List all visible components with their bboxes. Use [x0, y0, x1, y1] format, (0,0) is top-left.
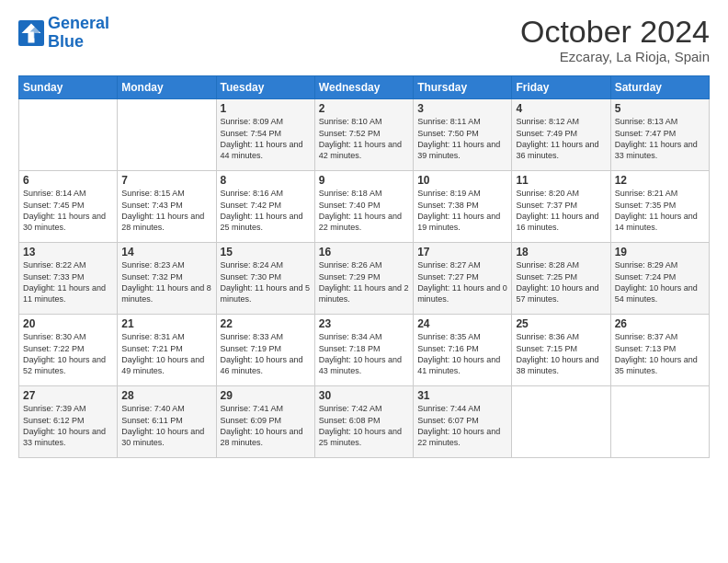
calendar-cell: 16Sunrise: 8:26 AM Sunset: 7:29 PM Dayli… — [314, 243, 413, 315]
calendar-cell: 7Sunrise: 8:15 AM Sunset: 7:43 PM Daylig… — [118, 171, 216, 243]
day-number: 28 — [121, 389, 211, 402]
calendar-cell: 29Sunrise: 7:41 AM Sunset: 6:09 PM Dayli… — [216, 386, 314, 458]
month-title: October 2024 — [520, 15, 710, 49]
calendar-cell: 22Sunrise: 8:33 AM Sunset: 7:19 PM Dayli… — [216, 315, 314, 386]
weekday-header: Friday — [512, 76, 610, 99]
cell-info: Sunrise: 8:33 AM Sunset: 7:19 PM Dayligh… — [221, 331, 311, 376]
calendar-cell: 26Sunrise: 8:37 AM Sunset: 7:13 PM Dayli… — [610, 315, 709, 386]
day-number: 3 — [417, 102, 507, 115]
cell-info: Sunrise: 8:23 AM Sunset: 7:32 PM Dayligh… — [121, 259, 211, 304]
cell-info: Sunrise: 8:10 AM Sunset: 7:52 PM Dayligh… — [319, 116, 409, 161]
header: General Blue October 2024 Ezcaray, La Ri… — [18, 15, 710, 64]
calendar-cell — [19, 99, 118, 171]
day-number: 11 — [516, 174, 606, 187]
calendar-cell: 12Sunrise: 8:21 AM Sunset: 7:35 PM Dayli… — [610, 171, 709, 243]
day-number: 25 — [516, 317, 606, 330]
weekday-header-row: SundayMondayTuesdayWednesdayThursdayFrid… — [19, 76, 710, 99]
cell-info: Sunrise: 8:12 AM Sunset: 7:49 PM Dayligh… — [516, 116, 606, 161]
day-number: 5 — [615, 102, 705, 115]
location: Ezcaray, La Rioja, Spain — [520, 49, 710, 64]
calendar-cell: 19Sunrise: 8:29 AM Sunset: 7:24 PM Dayli… — [610, 243, 709, 315]
calendar-cell: 5Sunrise: 8:13 AM Sunset: 7:47 PM Daylig… — [610, 99, 709, 171]
cell-info: Sunrise: 8:27 AM Sunset: 7:27 PM Dayligh… — [417, 259, 507, 304]
cell-info: Sunrise: 8:31 AM Sunset: 7:21 PM Dayligh… — [121, 331, 211, 376]
logo: General Blue — [18, 15, 109, 52]
cell-info: Sunrise: 8:24 AM Sunset: 7:30 PM Dayligh… — [221, 259, 311, 304]
day-number: 2 — [319, 102, 409, 115]
calendar-cell — [512, 386, 610, 458]
calendar-cell: 4Sunrise: 8:12 AM Sunset: 7:49 PM Daylig… — [512, 99, 610, 171]
calendar-cell: 1Sunrise: 8:09 AM Sunset: 7:54 PM Daylig… — [216, 99, 314, 171]
cell-info: Sunrise: 8:13 AM Sunset: 7:47 PM Dayligh… — [615, 116, 705, 161]
day-number: 27 — [23, 389, 113, 402]
calendar-cell: 2Sunrise: 8:10 AM Sunset: 7:52 PM Daylig… — [314, 99, 413, 171]
cell-info: Sunrise: 7:44 AM Sunset: 6:07 PM Dayligh… — [417, 403, 507, 448]
day-number: 14 — [121, 246, 211, 259]
cell-info: Sunrise: 8:15 AM Sunset: 7:43 PM Dayligh… — [121, 188, 211, 233]
day-number: 13 — [23, 246, 113, 259]
cell-info: Sunrise: 8:26 AM Sunset: 7:29 PM Dayligh… — [319, 259, 409, 304]
cell-info: Sunrise: 7:42 AM Sunset: 6:08 PM Dayligh… — [319, 403, 409, 448]
day-number: 26 — [615, 317, 705, 330]
day-number: 20 — [23, 317, 113, 330]
calendar-week-row: 27Sunrise: 7:39 AM Sunset: 6:12 PM Dayli… — [19, 386, 710, 458]
calendar-cell: 8Sunrise: 8:16 AM Sunset: 7:42 PM Daylig… — [216, 171, 314, 243]
day-number: 23 — [319, 317, 409, 330]
calendar-table: SundayMondayTuesdayWednesdayThursdayFrid… — [18, 75, 710, 458]
cell-info: Sunrise: 8:28 AM Sunset: 7:25 PM Dayligh… — [516, 259, 606, 304]
weekday-header: Monday — [118, 76, 216, 99]
cell-info: Sunrise: 8:34 AM Sunset: 7:18 PM Dayligh… — [319, 331, 409, 376]
day-number: 15 — [221, 246, 311, 259]
calendar-cell — [118, 99, 216, 171]
calendar-week-row: 1Sunrise: 8:09 AM Sunset: 7:54 PM Daylig… — [19, 99, 710, 171]
logo-text: General Blue — [48, 15, 109, 52]
calendar-cell: 28Sunrise: 7:40 AM Sunset: 6:11 PM Dayli… — [118, 386, 216, 458]
calendar-cell: 31Sunrise: 7:44 AM Sunset: 6:07 PM Dayli… — [414, 386, 512, 458]
day-number: 24 — [417, 317, 507, 330]
day-number: 7 — [121, 174, 211, 187]
day-number: 16 — [319, 246, 409, 259]
day-number: 18 — [516, 246, 606, 259]
calendar-cell: 15Sunrise: 8:24 AM Sunset: 7:30 PM Dayli… — [216, 243, 314, 315]
cell-info: Sunrise: 8:09 AM Sunset: 7:54 PM Dayligh… — [221, 116, 311, 161]
day-number: 21 — [121, 317, 211, 330]
calendar-cell: 11Sunrise: 8:20 AM Sunset: 7:37 PM Dayli… — [512, 171, 610, 243]
cell-info: Sunrise: 8:18 AM Sunset: 7:40 PM Dayligh… — [319, 188, 409, 233]
cell-info: Sunrise: 8:20 AM Sunset: 7:37 PM Dayligh… — [516, 188, 606, 233]
calendar-cell: 24Sunrise: 8:35 AM Sunset: 7:16 PM Dayli… — [414, 315, 512, 386]
day-number: 12 — [615, 174, 705, 187]
weekday-header: Tuesday — [216, 76, 314, 99]
cell-info: Sunrise: 7:39 AM Sunset: 6:12 PM Dayligh… — [23, 403, 113, 448]
calendar-week-row: 13Sunrise: 8:22 AM Sunset: 7:33 PM Dayli… — [19, 243, 710, 315]
day-number: 29 — [221, 389, 311, 402]
day-number: 6 — [23, 174, 113, 187]
day-number: 19 — [615, 246, 705, 259]
calendar-cell: 20Sunrise: 8:30 AM Sunset: 7:22 PM Dayli… — [19, 315, 118, 386]
weekday-header: Thursday — [414, 76, 512, 99]
day-number: 4 — [516, 102, 606, 115]
title-block: October 2024 Ezcaray, La Rioja, Spain — [520, 15, 710, 64]
calendar-cell: 30Sunrise: 7:42 AM Sunset: 6:08 PM Dayli… — [314, 386, 413, 458]
day-number: 31 — [417, 389, 507, 402]
weekday-header: Saturday — [610, 76, 709, 99]
logo-icon — [18, 20, 44, 46]
day-number: 8 — [221, 174, 311, 187]
day-number: 17 — [417, 246, 507, 259]
cell-info: Sunrise: 8:29 AM Sunset: 7:24 PM Dayligh… — [615, 259, 705, 304]
day-number: 10 — [417, 174, 507, 187]
calendar-cell: 25Sunrise: 8:36 AM Sunset: 7:15 PM Dayli… — [512, 315, 610, 386]
calendar-week-row: 6Sunrise: 8:14 AM Sunset: 7:45 PM Daylig… — [19, 171, 710, 243]
cell-info: Sunrise: 8:36 AM Sunset: 7:15 PM Dayligh… — [516, 331, 606, 376]
cell-info: Sunrise: 8:11 AM Sunset: 7:50 PM Dayligh… — [417, 116, 507, 161]
calendar-cell: 14Sunrise: 8:23 AM Sunset: 7:32 PM Dayli… — [118, 243, 216, 315]
cell-info: Sunrise: 8:30 AM Sunset: 7:22 PM Dayligh… — [23, 331, 113, 376]
weekday-header: Wednesday — [314, 76, 413, 99]
calendar-cell: 23Sunrise: 8:34 AM Sunset: 7:18 PM Dayli… — [314, 315, 413, 386]
calendar-week-row: 20Sunrise: 8:30 AM Sunset: 7:22 PM Dayli… — [19, 315, 710, 386]
weekday-header: Sunday — [19, 76, 118, 99]
cell-info: Sunrise: 8:14 AM Sunset: 7:45 PM Dayligh… — [23, 188, 113, 233]
page: General Blue October 2024 Ezcaray, La Ri… — [0, 0, 728, 467]
day-number: 9 — [319, 174, 409, 187]
calendar-cell: 3Sunrise: 8:11 AM Sunset: 7:50 PM Daylig… — [414, 99, 512, 171]
calendar-cell: 18Sunrise: 8:28 AM Sunset: 7:25 PM Dayli… — [512, 243, 610, 315]
